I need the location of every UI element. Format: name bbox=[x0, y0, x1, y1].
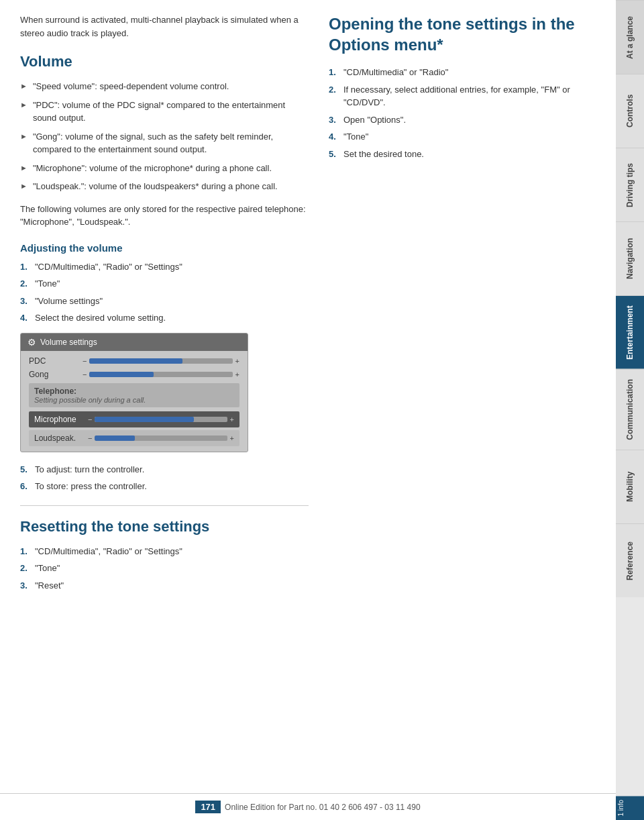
list-item: ► "Speed volume": speed-dependent volume… bbox=[20, 80, 309, 93]
bullet-arrow-icon: ► bbox=[20, 181, 28, 192]
vs-loudspeak-row: Loudspeak. − + bbox=[29, 430, 239, 446]
page-footer: 171 Online Edition for Part no. 01 40 2 … bbox=[0, 793, 616, 820]
sidebar-item-driving-tips[interactable]: Driving tips bbox=[616, 148, 644, 221]
right-steps: 1. "CD/Multimedia" or "Radio" 2. If nece… bbox=[329, 66, 596, 160]
vs-mic-track bbox=[95, 417, 227, 422]
paired-note: The following volumes are only stored fo… bbox=[20, 203, 309, 229]
bullet-arrow-icon: ► bbox=[20, 99, 28, 111]
vs-row-gong: Gong − + bbox=[29, 370, 239, 379]
list-item: ► "Gong": volume of the signal, such as … bbox=[20, 130, 309, 156]
sidebar-item-navigation[interactable]: Navigation bbox=[616, 221, 644, 295]
adjusting-steps: 1. "CD/Multimedia", "Radio" or "Settings… bbox=[20, 260, 309, 325]
list-item: 5. To adjust: turn the controller. bbox=[20, 463, 309, 476]
list-item: 2. "Tone" bbox=[20, 562, 309, 575]
vs-pdc-track bbox=[89, 358, 232, 364]
list-item: 5. Set the desired tone. bbox=[329, 148, 596, 161]
plus-icon: + bbox=[235, 357, 239, 365]
vs-pdc-label: PDC bbox=[29, 356, 83, 366]
vs-mic-slider: − + bbox=[88, 415, 234, 423]
vs-title: Volume settings bbox=[40, 338, 97, 347]
sidebar-item-communication[interactable]: Communication bbox=[616, 369, 644, 450]
volume-heading: Volume bbox=[20, 53, 309, 70]
footer-text: Online Edition for Part no. 01 40 2 606 … bbox=[225, 803, 421, 812]
vs-gong-track bbox=[89, 372, 232, 377]
intro-text: When surround is activated, multi-channe… bbox=[20, 13, 309, 40]
vs-loud-slider: − + bbox=[88, 434, 234, 442]
vs-titlebar: ⚙ Volume settings bbox=[21, 334, 248, 351]
settings-icon: ⚙ bbox=[28, 337, 36, 348]
minus-icon: − bbox=[88, 434, 92, 442]
list-item: ► "PDC": volume of the PDC signal* compa… bbox=[20, 99, 309, 125]
list-item: 1. "CD/Multimedia", "Radio" or "Settings… bbox=[20, 545, 309, 558]
vs-gong-slider: − + bbox=[83, 370, 239, 378]
sidebar-item-controls[interactable]: Controls bbox=[616, 74, 644, 148]
info-badge: 1 info bbox=[616, 796, 644, 820]
list-item: 2. "Tone" bbox=[20, 277, 309, 291]
vs-body: PDC − + Gong − bbox=[21, 351, 248, 452]
vs-gong-label: Gong bbox=[29, 370, 83, 379]
list-item: 1. "CD/Multimedia", "Radio" or "Settings… bbox=[20, 260, 309, 274]
list-item: 3. "Reset" bbox=[20, 579, 309, 593]
list-item: 4. "Tone" bbox=[329, 130, 596, 144]
list-item: ► "Loudspeak.": volume of the loudspeake… bbox=[20, 180, 309, 193]
vs-tel-note: Setting possible only during a call. bbox=[34, 396, 234, 404]
vs-mic-label: Microphone bbox=[34, 415, 88, 424]
sidebar-item-entertainment[interactable]: Entertainment bbox=[616, 295, 644, 369]
right-section-heading: Opening the tone settings in the Options… bbox=[329, 13, 596, 55]
plus-icon: + bbox=[235, 370, 239, 378]
vs-loud-track bbox=[95, 435, 227, 441]
vs-pdc-fill bbox=[89, 358, 182, 364]
bullet-arrow-icon: ► bbox=[20, 162, 28, 174]
plus-icon: + bbox=[230, 415, 234, 423]
vs-gong-fill bbox=[89, 372, 154, 377]
list-item: ► "Microphone": volume of the microphone… bbox=[20, 162, 309, 175]
volume-settings-screenshot: ⚙ Volume settings PDC − + bbox=[20, 333, 248, 452]
minus-icon: − bbox=[83, 357, 87, 365]
list-item: 2. If necessary, select additional entri… bbox=[329, 83, 596, 109]
resetting-heading: Resetting the tone settings bbox=[20, 518, 309, 535]
list-item: 3. "Volume settings" bbox=[20, 295, 309, 308]
minus-icon: − bbox=[88, 415, 92, 423]
resetting-steps: 1. "CD/Multimedia", "Radio" or "Settings… bbox=[20, 545, 309, 593]
page-wrapper: When surround is activated, multi-channe… bbox=[0, 0, 644, 820]
list-item: 4. Select the desired volume setting. bbox=[20, 311, 309, 325]
sidebar-item-reference[interactable]: Reference bbox=[616, 523, 644, 597]
adjusting-steps-cont: 5. To adjust: turn the controller. 6. To… bbox=[20, 463, 309, 493]
vs-telephone-section: Telephone: Setting possible only during … bbox=[29, 383, 239, 407]
vs-pdc-slider: − + bbox=[83, 357, 239, 365]
vs-loud-label: Loudspeak. bbox=[34, 433, 88, 443]
sidebar-item-mobility[interactable]: Mobility bbox=[616, 450, 644, 523]
vs-loud-fill bbox=[95, 435, 134, 441]
bullet-arrow-icon: ► bbox=[20, 81, 28, 92]
vs-row-pdc: PDC − + bbox=[29, 356, 239, 366]
list-item: 6. To store: press the controller. bbox=[20, 480, 309, 493]
sidebar-item-at-a-glance[interactable]: At a glance bbox=[616, 0, 644, 74]
adjusting-heading: Adjusting the volume bbox=[20, 242, 309, 254]
page-number: 171 bbox=[195, 801, 221, 813]
plus-icon: + bbox=[230, 434, 234, 442]
bullet-arrow-icon: ► bbox=[20, 131, 28, 142]
left-column: When surround is activated, multi-channe… bbox=[20, 13, 309, 780]
right-column: Opening the tone settings in the Options… bbox=[329, 13, 596, 780]
vs-tel-label: Telephone: bbox=[34, 387, 234, 396]
section-divider bbox=[20, 505, 309, 506]
list-item: 1. "CD/Multimedia" or "Radio" bbox=[329, 66, 596, 79]
vs-mic-fill bbox=[95, 417, 194, 422]
minus-icon: − bbox=[83, 370, 87, 378]
list-item: 3. Open "Options". bbox=[329, 113, 596, 127]
main-content: When surround is activated, multi-channe… bbox=[0, 0, 616, 820]
sidebar: At a glance Controls Driving tips Naviga… bbox=[616, 0, 644, 820]
bullet-list: ► "Speed volume": speed-dependent volume… bbox=[20, 80, 309, 193]
vs-microphone-row: Microphone − + bbox=[29, 411, 239, 427]
